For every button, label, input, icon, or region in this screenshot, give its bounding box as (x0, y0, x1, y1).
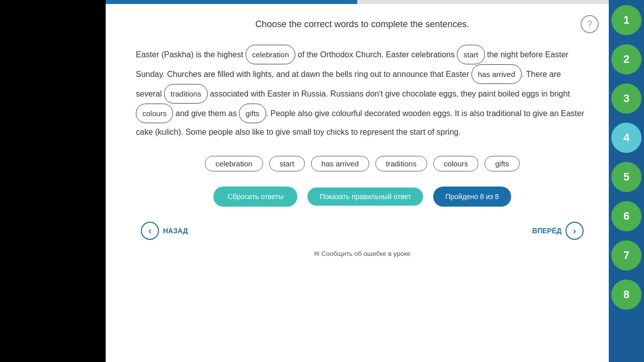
report-link[interactable]: ✉ Сообщить об ошибке в уроке (314, 250, 411, 257)
nav-back-button[interactable]: ‹ НАЗАД (141, 222, 188, 240)
passage-text: Easter (Paskha) is the highest celebrati… (136, 45, 589, 141)
nav-row: ‹ НАЗАД ВПЕРЁД › (136, 222, 589, 240)
sidebar: 1 2 3 4 5 6 7 8 (609, 0, 644, 362)
forward-arrow-icon: › (566, 222, 584, 240)
word-options-area: celebration start has arrived traditions… (136, 156, 589, 171)
show-answer-button[interactable]: Показать правильный ответ (307, 188, 423, 206)
help-icon[interactable]: ? (581, 15, 599, 33)
main-content: ? Choose the correct words to complete t… (106, 0, 609, 362)
word-pill-start: start (457, 45, 485, 64)
passage-part-1: Easter (Paskha) is the highest (136, 50, 246, 59)
back-arrow-icon: ‹ (141, 222, 159, 240)
nav-back-label: НАЗАД (163, 227, 188, 235)
left-black-panel (0, 0, 106, 362)
word-option-colours[interactable]: colours (433, 156, 478, 171)
word-option-has-arrived[interactable]: has arrived (311, 156, 369, 171)
content-area: ? Choose the correct words to complete t… (106, 4, 609, 362)
word-option-start[interactable]: start (269, 156, 305, 171)
nav-forward-button[interactable]: ВПЕРЁД › (532, 222, 584, 240)
word-pill-has-arrived: has arrived (471, 64, 522, 84)
sidebar-item-5[interactable]: 5 (611, 162, 641, 192)
word-option-gifts[interactable]: gifts (485, 156, 520, 171)
sidebar-item-2[interactable]: 2 (611, 44, 641, 74)
word-pill-colours: colours (136, 104, 173, 123)
instruction-text: Choose the correct words to complete the… (136, 19, 589, 30)
word-pill-traditions: traditions (164, 84, 208, 104)
word-pill-gifts: gifts (239, 104, 266, 123)
word-pill-celebration: celebration (246, 45, 295, 64)
word-option-celebration[interactable]: celebration (205, 156, 263, 171)
progress-bar-container (106, 0, 609, 4)
progress-bar-fill (106, 0, 357, 4)
sidebar-item-1[interactable]: 1 (611, 5, 641, 35)
sidebar-item-4[interactable]: 4 (611, 123, 641, 153)
buttons-row: Сбросить ответы Показать правильный отве… (136, 187, 589, 207)
passage-part-6: and give them as (173, 109, 239, 118)
sidebar-item-6[interactable]: 6 (611, 201, 641, 231)
sidebar-item-8[interactable]: 8 (611, 280, 641, 310)
report-row: ✉ Сообщить об ошибке в уроке (136, 250, 589, 257)
progress-button[interactable]: Пройдено 8 из 8 (433, 187, 511, 207)
passage-part-2: of the Orthodox Church. Easter celebrati… (295, 50, 457, 59)
passage-part-5: associated with Easter in Russia. Russia… (208, 89, 570, 98)
sidebar-item-7[interactable]: 7 (611, 240, 641, 270)
word-option-traditions[interactable]: traditions (375, 156, 427, 171)
nav-forward-label: ВПЕРЁД (532, 227, 561, 235)
reset-button[interactable]: Сбросить ответы (213, 187, 297, 207)
sidebar-item-3[interactable]: 3 (611, 83, 641, 114)
